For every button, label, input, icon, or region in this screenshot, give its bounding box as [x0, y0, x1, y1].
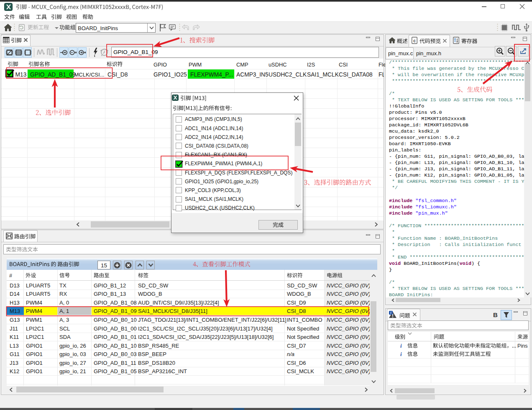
- svg-text:c: c: [413, 38, 416, 43]
